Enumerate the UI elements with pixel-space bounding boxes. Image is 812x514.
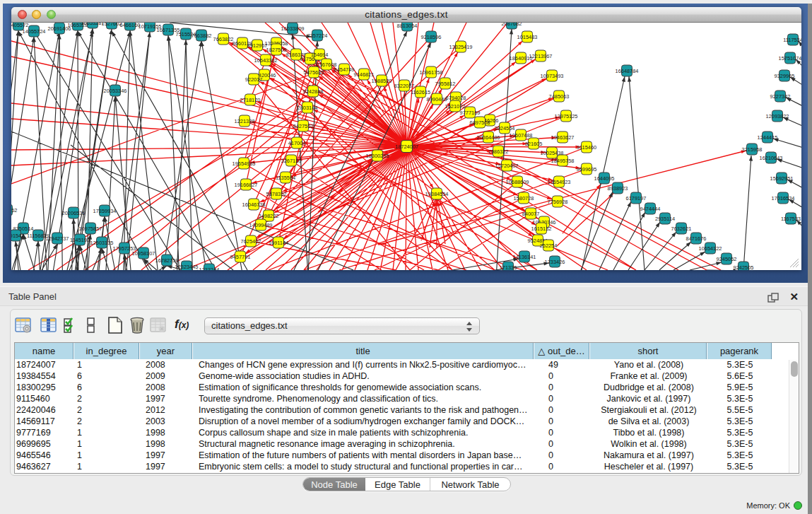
svg-text:9329965: 9329965 [775, 73, 795, 79]
svg-text:10607488: 10607488 [510, 132, 533, 139]
svg-text:1588520: 1588520 [372, 78, 392, 84]
svg-text:10975857: 10975857 [79, 226, 102, 232]
svg-text:12503135: 12503135 [90, 240, 114, 246]
svg-text:10961758: 10961758 [420, 69, 443, 76]
svg-text:391542: 391542 [11, 233, 24, 239]
svg-text:5878352: 5878352 [266, 191, 287, 197]
svg-text:2935114: 2935114 [655, 216, 675, 222]
svg-text:9146821: 9146821 [354, 71, 375, 78]
svg-text:3498222: 3498222 [259, 213, 279, 219]
svg-text:8471676: 8471676 [686, 235, 707, 242]
svg-text:1162615: 1162615 [411, 89, 430, 95]
svg-text:3215958: 3215958 [742, 146, 763, 153]
svg-text:1405572: 1405572 [11, 23, 28, 28]
svg-text:13654923: 13654923 [548, 179, 571, 185]
svg-text:15692951: 15692951 [770, 175, 794, 182]
svg-text:3267130: 3267130 [281, 158, 302, 164]
svg-text:9699695: 9699695 [577, 166, 597, 173]
svg-text:19463627: 19463627 [551, 134, 575, 141]
svg-text:15751074: 15751074 [779, 55, 801, 62]
svg-text:8813054: 8813054 [397, 23, 418, 29]
svg-text:8427552: 8427552 [293, 123, 314, 129]
svg-text:2087682: 2087682 [502, 23, 522, 27]
svg-text:10688609: 10688609 [506, 179, 529, 185]
svg-text:7485063: 7485063 [549, 93, 570, 100]
svg-text:9242505: 9242505 [734, 264, 754, 271]
svg-text:1135594: 1135594 [276, 175, 295, 181]
svg-text:252254: 252254 [540, 243, 558, 249]
svg-text:17359934: 17359934 [93, 208, 117, 214]
svg-text:15720407: 15720407 [495, 163, 519, 169]
svg-text:6466160: 6466160 [120, 23, 141, 28]
svg-text:16782759: 16782759 [155, 257, 179, 264]
svg-text:19166827: 19166827 [235, 182, 258, 188]
svg-text:7357224: 7357224 [307, 33, 328, 39]
svg-text:10543362: 10543362 [254, 57, 278, 64]
svg-text:2620652: 2620652 [11, 207, 17, 214]
svg-text:20053346: 20053346 [104, 88, 127, 94]
svg-text:14055724: 14055724 [23, 28, 46, 35]
svg-text:12213967: 12213967 [529, 53, 553, 59]
svg-text:9457791: 9457791 [230, 254, 251, 260]
svg-text:8322037: 8322037 [394, 83, 415, 89]
svg-text:19384554: 19384554 [425, 191, 449, 197]
svg-text:20206536: 20206536 [62, 210, 86, 216]
svg-text:18300295: 18300295 [366, 153, 389, 159]
svg-text:154694: 154694 [311, 52, 329, 58]
svg-text:8990448: 8990448 [427, 96, 447, 103]
svg-text:16210643: 16210643 [760, 155, 783, 161]
svg-text:9474444: 9474444 [640, 206, 661, 212]
svg-text:1644095: 1644095 [594, 175, 615, 182]
svg-text:13975125: 13975125 [555, 113, 578, 119]
svg-text:9245052: 9245052 [717, 256, 737, 262]
svg-text:1615132: 1615132 [531, 226, 552, 232]
svg-text:10654122: 10654122 [699, 245, 722, 252]
svg-text:10958107: 10958107 [132, 250, 155, 257]
svg-text:6179197: 6179197 [626, 195, 647, 201]
svg-text:9242848: 9242848 [303, 88, 324, 95]
svg-text:7955812: 7955812 [435, 81, 456, 87]
svg-text:7632621: 7632621 [671, 226, 692, 232]
svg-text:9218596: 9218596 [421, 34, 442, 40]
svg-text:1167533: 1167533 [781, 216, 801, 222]
svg-text:5875685: 5875685 [304, 69, 324, 76]
svg-text:10973493: 10973493 [541, 73, 564, 79]
svg-text:16648784: 16648784 [616, 68, 639, 74]
svg-text:1580728: 1580728 [514, 195, 534, 201]
svg-text:7756928: 7756928 [548, 199, 568, 205]
svg-text:171335: 171335 [500, 264, 517, 271]
svg-text:9115460: 9115460 [577, 144, 596, 151]
svg-text:12323445: 12323445 [175, 264, 199, 270]
svg-text:9227342: 9227342 [770, 93, 791, 100]
svg-text:1015483: 1015483 [517, 34, 538, 40]
svg-text:8938923: 8938923 [608, 185, 628, 192]
svg-text:1621072: 1621072 [445, 103, 466, 110]
svg-text:7663882: 7663882 [192, 33, 212, 39]
svg-text:16046738: 16046738 [242, 201, 266, 208]
svg-text:13325419: 13325419 [449, 44, 473, 50]
svg-text:7625402: 7625402 [241, 238, 261, 245]
svg-text:1117534: 1117534 [783, 37, 801, 43]
svg-text:1827509: 1827509 [266, 47, 287, 53]
svg-text:6897508: 6897508 [470, 119, 490, 126]
svg-text:14136141: 14136141 [513, 254, 536, 260]
svg-text:12942737: 12942737 [46, 235, 69, 242]
svg-text:840077: 840077 [522, 211, 540, 217]
svg-text:7663822: 7663822 [213, 36, 234, 42]
svg-text:9777169: 9777169 [460, 110, 481, 116]
svg-text:821605: 821605 [525, 141, 543, 147]
svg-text:1691144: 1691144 [269, 240, 288, 246]
svg-text:1244415: 1244415 [758, 134, 778, 141]
svg-text:16033809: 16033809 [281, 25, 305, 32]
svg-text:3024554: 3024554 [495, 125, 515, 132]
svg-text:19654985: 19654985 [233, 160, 256, 167]
svg-text:14099489: 14099489 [249, 222, 273, 228]
svg-text:12093822: 12093822 [766, 113, 789, 119]
svg-text:6794028: 6794028 [446, 95, 466, 101]
svg-text:17016534: 17016534 [772, 195, 795, 201]
svg-text:7986322: 7986322 [488, 148, 509, 155]
svg-text:922017: 922017 [245, 76, 263, 83]
svg-text:1221338: 1221338 [235, 118, 255, 124]
svg-text:1527602: 1527602 [102, 23, 122, 27]
svg-text:8454749: 8454749 [334, 66, 355, 73]
